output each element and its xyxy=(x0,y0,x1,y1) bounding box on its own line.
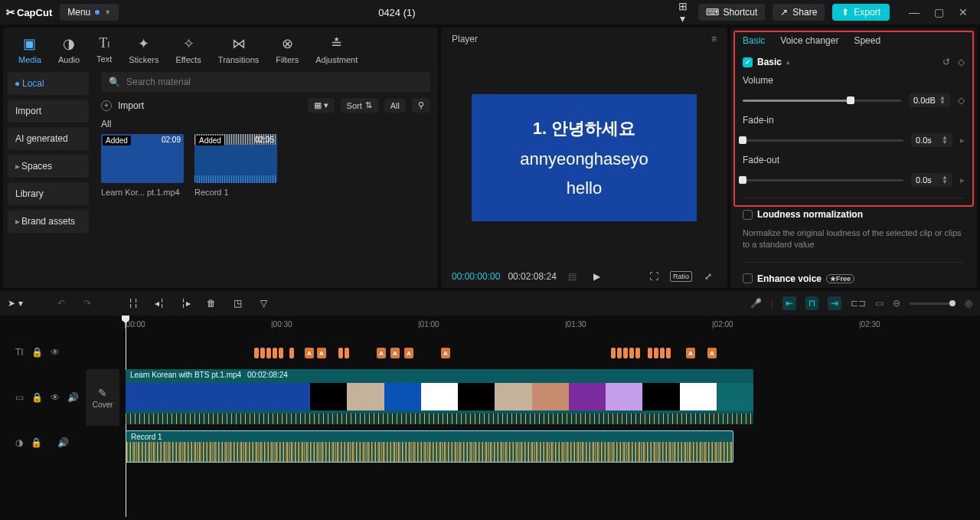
filter-icon[interactable]: ⚲ xyxy=(412,98,430,113)
sidebar-library[interactable]: Library xyxy=(8,182,89,205)
text-lock-icon[interactable]: 🔒 xyxy=(31,347,43,358)
window-maximize[interactable]: ▢ xyxy=(928,6,949,18)
media-clip-2[interactable]: Added 02:05 Record 1 xyxy=(194,134,277,197)
split-right[interactable]: ╎▸ xyxy=(178,298,193,309)
sidebar-local[interactable]: Local xyxy=(8,72,89,95)
cover-button[interactable]: ✎ Cover xyxy=(86,369,119,426)
delete-tool[interactable]: 🗑 xyxy=(204,298,219,309)
sidebar-brand[interactable]: ▸Brand assets xyxy=(8,210,89,233)
project-title: 0424 (1) xyxy=(126,7,667,18)
loudness-checkbox[interactable] xyxy=(743,210,753,220)
window-minimize[interactable]: — xyxy=(903,6,925,18)
import-plus-icon[interactable]: + xyxy=(101,100,112,111)
share-button[interactable]: ↗Share xyxy=(773,4,825,21)
play-button[interactable]: ▶ xyxy=(589,271,606,282)
text-track-icon: TI xyxy=(15,347,24,358)
media-panel: ▣Media ◑Audio TIText ✦Stickers ✧Effects … xyxy=(3,28,438,288)
media-clip-1[interactable]: Added 02:09 Learn Kor... pt.1.mp4 xyxy=(101,134,184,197)
props-tab-speed[interactable]: Speed xyxy=(854,35,880,46)
titlebar: ✂CapCut Menu▼ 0424 (1) ⊞ ▾ ⌨Shortcut ↗Sh… xyxy=(0,0,980,25)
list-icon[interactable]: ▤ xyxy=(564,271,581,282)
search-input[interactable]: 🔍 Search material xyxy=(101,72,430,92)
video-clip[interactable]: Learn Korean with BTS pt.1.mp400:02:08:2… xyxy=(126,369,753,424)
audio-clip[interactable]: Record 1 xyxy=(126,430,733,463)
magnet-right-icon[interactable]: ⇥ xyxy=(828,296,841,310)
video-track[interactable]: Learn Korean with BTS pt.1.mp400:02:08:2… xyxy=(124,369,980,426)
sidebar-spaces[interactable]: ▸Spaces xyxy=(8,155,89,178)
text-track-head: TI 🔒 👁 xyxy=(0,335,86,369)
fadein-value[interactable]: 0.0s▲▼ xyxy=(911,133,952,147)
marker-tool[interactable]: ▽ xyxy=(256,298,271,309)
video-mute-icon[interactable]: 🔊 xyxy=(67,392,79,403)
window-close[interactable]: ✕ xyxy=(952,6,974,18)
properties-panel: Basic Voice changer Speed ✓Basic▴ ↺ ◇ Vo… xyxy=(730,28,977,288)
tab-adjustment[interactable]: ≛Adjustment xyxy=(308,32,365,67)
view-grid[interactable]: ▦ ▾ xyxy=(308,98,335,113)
enhance-checkbox[interactable] xyxy=(743,273,753,283)
fullscreen-icon[interactable]: ⤢ xyxy=(700,271,717,282)
audio-track[interactable]: Record 1 xyxy=(124,430,980,464)
volume-label: Volume xyxy=(743,75,965,86)
fadeout-keyframe[interactable]: ▸ xyxy=(960,175,965,185)
tab-stickers[interactable]: ✦Stickers xyxy=(121,32,166,67)
keyframe-all-icon[interactable]: ◇ xyxy=(958,57,965,67)
ratio-button[interactable]: Ratio xyxy=(670,271,692,282)
export-button[interactable]: ⬆Export xyxy=(832,4,890,21)
text-eye-icon[interactable]: 👁 xyxy=(51,347,60,358)
zoom-slider[interactable] xyxy=(910,303,956,305)
sort-button[interactable]: Sort ⇅ xyxy=(341,98,378,113)
layout-icon[interactable]: ⊞ ▾ xyxy=(675,0,691,25)
crop-icon[interactable]: ⛶ xyxy=(645,271,662,282)
split-left[interactable]: ◂╎ xyxy=(152,298,167,309)
crop-tool[interactable]: ◳ xyxy=(230,298,245,309)
reset-icon[interactable]: ↺ xyxy=(942,57,950,67)
loudness-description: Normalize the original loudness of the s… xyxy=(743,227,965,251)
tab-filters[interactable]: ⊗Filters xyxy=(268,32,306,67)
fadeout-slider[interactable] xyxy=(743,179,903,182)
sidebar-import[interactable]: Import xyxy=(8,100,89,123)
player-menu-icon[interactable]: ≡ xyxy=(711,34,717,44)
split-tool[interactable]: ╎╎ xyxy=(126,298,141,309)
redo-button[interactable]: ↷ xyxy=(80,298,95,309)
preview-icon[interactable]: ▭ xyxy=(875,298,884,309)
tab-effects[interactable]: ✧Effects xyxy=(168,32,208,67)
timeline-ruler[interactable]: |00:00 |00:30 |01:00 |01:30 |02:00 |02:3… xyxy=(124,316,980,335)
volume-slider[interactable] xyxy=(743,100,901,102)
props-tab-basic[interactable]: Basic xyxy=(743,35,765,46)
zoom-fit-icon[interactable]: ◎ xyxy=(965,298,972,309)
video-track-head: ▭ 🔒 👁 🔊 xyxy=(0,369,86,426)
fadein-keyframe[interactable]: ▸ xyxy=(960,135,965,146)
link-icon[interactable]: ⊓ xyxy=(805,296,818,310)
magnet-left-icon[interactable]: ⇤ xyxy=(782,296,796,310)
tab-audio[interactable]: ◑Audio xyxy=(51,32,87,67)
zoom-out-icon[interactable]: ⊖ xyxy=(893,298,900,309)
shortcut-button[interactable]: ⌨Shortcut xyxy=(698,4,766,21)
audio-track-head: ◑ 🔒 🔊 xyxy=(0,426,86,459)
volume-keyframe[interactable]: ◇ xyxy=(958,95,965,106)
audio-mute-icon[interactable]: 🔊 xyxy=(57,437,69,448)
audio-lock-icon[interactable]: 🔒 xyxy=(31,437,42,448)
undo-button[interactable]: ↶ xyxy=(54,298,69,309)
basic-checkbox[interactable]: ✓ xyxy=(743,57,753,67)
timecode-total: 00:02:08:24 xyxy=(508,271,556,282)
text-track[interactable]: A A A A A A A A xyxy=(124,338,980,366)
sidebar-ai[interactable]: AI generated xyxy=(8,127,89,150)
props-tab-voice[interactable]: Voice changer xyxy=(780,35,838,46)
tab-transitions[interactable]: ⋈Transitions xyxy=(211,32,266,67)
fadeout-value[interactable]: 0.0s▲▼ xyxy=(911,173,952,187)
video-eye-icon[interactable]: 👁 xyxy=(51,392,60,403)
filter-all[interactable]: All xyxy=(384,99,406,113)
free-badge: ★Free xyxy=(826,274,854,283)
video-lock-icon[interactable]: 🔒 xyxy=(31,392,43,403)
menu-button[interactable]: Menu▼ xyxy=(60,4,119,21)
gap-icon[interactable]: ⊏⊐ xyxy=(851,298,866,309)
tab-media[interactable]: ▣Media xyxy=(11,32,49,67)
pointer-tool[interactable]: ➤ ▾ xyxy=(8,298,23,309)
mic-icon[interactable]: 🎤 xyxy=(750,298,762,309)
fadein-label: Fade-in xyxy=(743,115,965,126)
fadein-slider[interactable] xyxy=(743,139,903,142)
video-preview[interactable]: 1. 안녕하세요 annyeonghaseyo hello xyxy=(472,94,697,221)
volume-value[interactable]: 0.0dB▲▼ xyxy=(909,93,950,107)
import-button[interactable]: Import xyxy=(118,100,144,111)
tab-text[interactable]: TIText xyxy=(89,32,119,67)
